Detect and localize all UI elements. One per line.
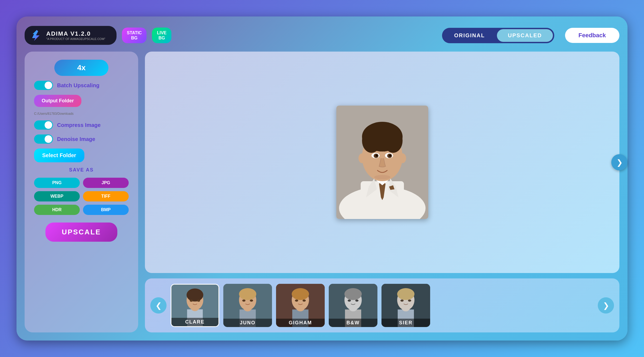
- denoise-image-row: Denoise Image: [31, 134, 131, 144]
- thumbnail-item-juno[interactable]: JUNO: [223, 284, 272, 327]
- portrait-svg: [336, 106, 428, 219]
- top-bar: ADIMA V1.2.0 "A PRODUCT OF AIIMAGEUPSCAL…: [25, 25, 619, 46]
- svg-point-50: [348, 299, 351, 302]
- thumbnail-label-gigham: GIGHAM: [276, 319, 325, 327]
- preview-image-container: [336, 106, 428, 219]
- svg-point-11: [384, 129, 403, 153]
- app-subtitle: "A PRODUCT OF AIIMAGEUPSCALE.COM": [46, 37, 105, 41]
- logo-area: ADIMA V1.2.0 "A PRODUCT OF AIIMAGEUPSCAL…: [25, 26, 117, 45]
- denoise-image-toggle[interactable]: [34, 134, 53, 144]
- app-title: ADIMA V1.2.0: [46, 30, 105, 37]
- logo-icon: [30, 29, 44, 42]
- select-folder-button[interactable]: Select Folder: [34, 149, 84, 162]
- right-area: ❯ ❮: [145, 52, 619, 332]
- batch-upscaling-toggle[interactable]: [34, 81, 53, 90]
- svg-point-37: [250, 299, 253, 302]
- toggle-knob-compress: [45, 121, 52, 129]
- format-webp-button[interactable]: WEBP: [34, 191, 80, 201]
- compress-image-label: Compress Image: [57, 122, 101, 128]
- svg-point-13: [399, 153, 406, 163]
- format-jpg-button[interactable]: JPG: [83, 178, 129, 188]
- svg-point-26: [187, 288, 203, 301]
- thumbnail-item-gigham[interactable]: GIGHAM: [276, 284, 325, 327]
- thumbnail-item-clare[interactable]: CLARE: [171, 284, 219, 327]
- svg-point-51: [355, 299, 358, 302]
- batch-upscaling-row: Batch Upscaling: [31, 81, 131, 90]
- svg-point-10: [362, 129, 381, 153]
- thumbnails-row: CLARE: [171, 284, 594, 327]
- batch-upscaling-label: Batch Upscaling: [57, 82, 99, 89]
- svg-point-43: [295, 299, 298, 302]
- svg-point-30: [197, 300, 200, 302]
- strip-prev-arrow[interactable]: ❮: [150, 297, 167, 314]
- toggle-knob: [45, 82, 52, 89]
- svg-marker-1: [32, 30, 39, 41]
- main-container: ADIMA V1.2.0 "A PRODUCT OF AIIMAGEUPSCAL…: [16, 16, 628, 341]
- thumbnail-strip: ❮: [145, 278, 619, 332]
- format-tiff-button[interactable]: TIFF: [83, 191, 129, 201]
- thumbnail-label-juno: JUNO: [223, 319, 272, 327]
- strip-next-arrow[interactable]: ❯: [598, 297, 614, 314]
- image-preview-area: ❯: [145, 52, 619, 273]
- svg-point-12: [358, 153, 366, 163]
- svg-point-19: [389, 154, 391, 157]
- original-view-button[interactable]: ORIGINAL: [443, 29, 496, 42]
- preview-nav-right-arrow[interactable]: ❯: [611, 154, 628, 170]
- upscaled-view-button[interactable]: UPSCALED: [497, 29, 553, 42]
- svg-point-57: [400, 299, 404, 302]
- svg-point-58: [408, 299, 411, 302]
- svg-point-47: [344, 288, 362, 300]
- thumbnail-label-sier: SIER: [381, 319, 430, 327]
- static-bg-button[interactable]: STATIC BG: [122, 28, 147, 43]
- save-as-label: SAVE AS: [69, 167, 94, 173]
- compress-image-row: Compress Image: [31, 120, 131, 130]
- feedback-button[interactable]: Feedback: [565, 28, 620, 43]
- svg-point-40: [292, 288, 309, 300]
- view-toggle: ORIGINAL UPSCALED: [442, 28, 554, 43]
- upscale-button[interactable]: UPSCALE: [45, 223, 117, 242]
- svg-point-33: [239, 288, 256, 300]
- output-folder-button[interactable]: Output Folder: [34, 95, 81, 107]
- svg-point-28: [191, 305, 199, 311]
- svg-point-23: [374, 175, 390, 179]
- svg-point-54: [397, 288, 414, 300]
- live-bg-button[interactable]: LIVE BG: [152, 28, 171, 43]
- format-bmp-button[interactable]: BMP: [83, 205, 129, 215]
- svg-point-36: [242, 299, 245, 302]
- svg-point-35: [244, 305, 252, 311]
- svg-point-56: [402, 305, 410, 311]
- scale-button[interactable]: 4x: [54, 60, 108, 76]
- svg-point-42: [296, 305, 304, 311]
- toggle-knob-denoise: [45, 135, 52, 143]
- svg-point-18: [376, 154, 378, 157]
- format-hdr-button[interactable]: HDR: [34, 205, 80, 215]
- logo-text-area: ADIMA V1.2.0 "A PRODUCT OF AIIMAGEUPSCAL…: [46, 30, 105, 41]
- thumbnail-label-clare: CLARE: [171, 318, 218, 326]
- svg-point-29: [190, 300, 193, 302]
- svg-point-49: [349, 305, 357, 311]
- thumbnail-label-bw: B&W: [329, 319, 377, 327]
- compress-image-toggle[interactable]: [34, 120, 53, 130]
- folder-path-text: C:/Users/81783/Downloads: [34, 112, 74, 116]
- denoise-image-label: Denoise Image: [57, 136, 95, 142]
- content-area: 4x Batch Upscaling Output Folder C:/User…: [25, 52, 619, 332]
- thumbnail-item-bw[interactable]: B&W: [329, 284, 377, 327]
- save-format-grid: PNG JPG WEBP TIFF HDR BMP: [31, 178, 131, 215]
- svg-point-44: [303, 299, 306, 302]
- left-panel: 4x Batch Upscaling Output Folder C:/User…: [25, 52, 138, 332]
- format-png-button[interactable]: PNG: [34, 178, 80, 188]
- thumbnail-item-sier[interactable]: SIER: [381, 284, 430, 327]
